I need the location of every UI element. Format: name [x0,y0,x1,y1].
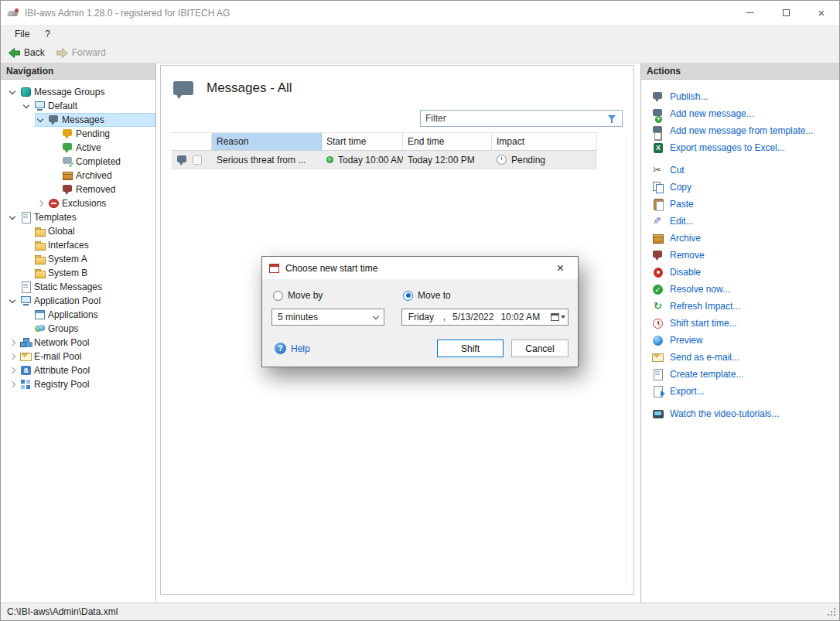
collapse-arrow-icon[interactable] [7,337,18,348]
action-copy[interactable]: Copy [652,179,839,196]
tree-item-exclusions[interactable]: Exclusions [1,196,155,210]
action-preview[interactable]: Preview [652,332,839,349]
column-header-start-time[interactable]: Start time [322,133,403,150]
add-message-from-template-icon [652,125,664,137]
tree-item-default[interactable]: Default [1,99,155,113]
tree-item-message-groups[interactable]: Message Groups [1,85,155,99]
calendar-dropdown-button[interactable] [551,313,568,321]
tree-item-messages[interactable]: Messages [1,113,155,127]
action-paste[interactable]: Paste [652,196,839,213]
tree-item-interfaces[interactable]: Interfaces [1,238,155,252]
action-export[interactable]: Export... [652,383,839,400]
tree-item-active[interactable]: Active [1,141,155,155]
exclusions-no-entry-icon [48,198,60,209]
column-header-end-time[interactable]: End time [403,133,492,150]
resize-grip[interactable] [825,606,838,618]
cancel-button[interactable]: Cancel [511,340,569,357]
tree-item-system-b[interactable]: System B [1,266,155,280]
action-disable[interactable]: Disable [652,264,839,281]
move-by-dropdown[interactable]: 5 minutes [271,309,384,326]
tree-item-application-pool[interactable]: Application Pool [1,294,155,308]
window-title: IBI-aws Admin 1.28.0 - registered for IB… [25,8,230,19]
tree-item-pending[interactable]: Pending [1,127,155,141]
tree-label: Archived [76,170,112,181]
tree-item-completed[interactable]: Completed [1,155,155,169]
action-remove[interactable]: Remove [652,247,839,264]
expand-arrow-icon[interactable] [7,295,18,306]
removed-bubble-icon [62,184,73,195]
datetime-separator: , [443,312,446,322]
tree-item-system-a[interactable]: System A [1,252,155,266]
envelope-icon [20,351,32,362]
datetime-time[interactable]: 10:02 AM [500,312,540,322]
close-button[interactable]: × [804,1,839,25]
filter-icon[interactable] [607,114,617,124]
tree-label: Static Messages [34,281,102,292]
tree-item-email-pool[interactable]: E-mail Pool [1,350,155,363]
action-send-as-email[interactable]: Send as e-mail... [652,349,839,366]
action-shift-start-time[interactable]: Shift start time... [652,315,839,332]
tree-item-archived[interactable]: Archived [1,169,155,183]
action-publish[interactable]: Publish... [652,88,839,105]
action-add-new-message[interactable]: Add new message... [652,105,839,122]
tree-item-registry-pool[interactable]: Registry Pool [1,377,155,391]
help-link[interactable]: ? Help [275,343,310,354]
forward-button[interactable]: Forward [53,46,112,60]
add-message-icon [652,108,664,120]
move-to-radio[interactable]: Move to [403,290,451,301]
dialog-body: Move by Move to 5 minutes Friday , 5/13/… [262,279,578,367]
collapse-arrow-icon[interactable] [7,379,18,390]
tree-item-removed[interactable]: Removed [1,183,155,196]
expand-arrow-icon[interactable] [35,114,46,125]
action-edit[interactable]: Edit... [652,213,839,230]
datetime-date[interactable]: 5/13/2022 [452,312,493,322]
maximize-button[interactable] [768,1,804,25]
action-resolve-now[interactable]: Resolve now... [652,281,839,298]
datetime-day[interactable]: Friday [408,312,436,322]
tree-item-attribute-pool[interactable]: Attribute Pool [1,363,155,377]
filter-input[interactable] [421,113,607,124]
move-by-radio[interactable]: Move by [273,290,403,301]
action-export-messages-to-excel[interactable]: Export messages to Excel... [652,139,839,156]
column-header-reason[interactable]: Reason [212,133,322,150]
expand-arrow-icon[interactable] [7,87,18,97]
dialog-buttons: Shift Cancel [437,340,569,357]
back-label: Back [24,47,45,58]
back-button[interactable]: Back [5,46,51,60]
action-add-new-message-from-template[interactable]: Add new message from template... [652,122,839,139]
action-watch-video-tutorials[interactable]: Watch the video-tutorials... [652,405,839,422]
tree-item-applications[interactable]: Applications [1,308,155,322]
collapse-arrow-icon[interactable] [7,351,18,362]
tree-item-network-pool[interactable]: Network Pool [1,336,155,350]
menu-help[interactable]: ? [37,26,58,42]
action-create-template[interactable]: Create template... [652,366,839,383]
tree-item-global[interactable]: Global [1,224,155,238]
minimize-button[interactable] [732,1,768,25]
action-cut[interactable]: Cut [652,162,839,179]
titlebar: IBI-aws Admin 1.28.0 - registered for IB… [1,1,839,25]
pending-bubble-icon [62,128,73,139]
action-archive[interactable]: Archive [652,230,839,247]
actions-panel: Actions Publish... Add new message... Ad… [640,63,839,602]
column-header-impact[interactable]: Impact [492,133,597,150]
shift-button[interactable]: Shift [437,340,504,357]
column-header-icon[interactable] [172,133,212,150]
action-refresh-impact[interactable]: Refresh Impact... [652,298,839,315]
menu-file[interactable]: File [7,26,37,42]
disable-icon [652,267,664,278]
table-row[interactable]: Serious threat from ... Today 10:00 AM T… [172,151,597,169]
move-to-datetime-picker[interactable]: Friday , 5/13/2022 10:02 AM [401,309,569,326]
tree-item-templates[interactable]: Templates [1,210,155,224]
tree-item-static-messages[interactable]: Static Messages [1,280,155,294]
video-icon [652,408,664,420]
collapse-arrow-icon[interactable] [35,198,46,209]
dialog-close-button[interactable]: × [543,257,578,279]
expand-arrow-icon[interactable] [7,212,18,223]
tree-item-groups[interactable]: Groups [1,322,155,336]
cell-start-time: Today 10:00 AM [338,155,403,165]
tree-label: Messages [62,114,104,125]
note-icon [193,155,202,165]
expand-arrow-icon[interactable] [21,101,32,111]
page-title: Messages - All [207,80,292,96]
collapse-arrow-icon[interactable] [7,365,18,376]
